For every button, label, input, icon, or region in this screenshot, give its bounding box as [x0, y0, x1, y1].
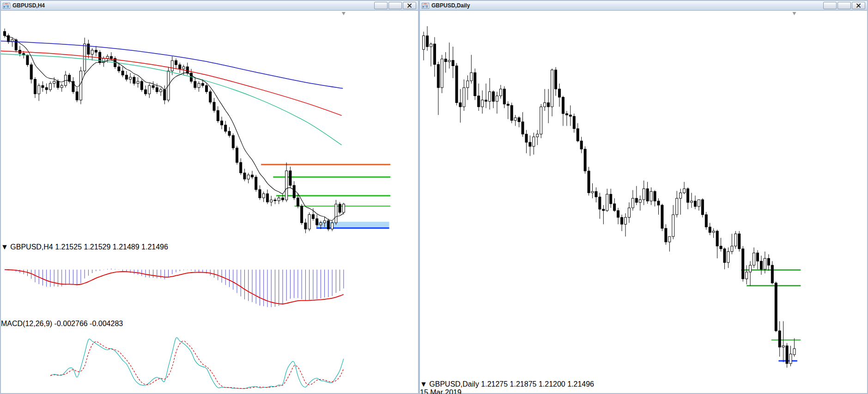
- scroll-marker-icon: [792, 12, 796, 15]
- chart-window-icon: [422, 3, 429, 9]
- window-titlebar[interactable]: GBPUSD,H4 ✕: [1, 1, 418, 11]
- chart-symbol-label: GBPUSD,H4: [10, 243, 53, 251]
- macd-panel: MACD(12,26,9) -0.002766 -0.004283: [1, 251, 418, 328]
- chart-content: ▼ GBPUSD,Daily 1.21275 1.21875 1.21200 1…: [420, 11, 867, 394]
- macd-values: -0.002766 -0.004283: [55, 320, 123, 327]
- main-price-panel: ▼ GBPUSD,Daily 1.21275 1.21875 1.21200 1…: [420, 11, 867, 388]
- time-axis[interactable]: 15 Mar 201927 Mar 20198 Apr 201918 Apr 2…: [420, 388, 867, 394]
- chart-window-gbpusd-h4: GBPUSD,H4 ✕ ▼ GBPUSD,H4 1.21525 1.21529 …: [0, 0, 419, 394]
- time-axis-label: 15 Mar 2019: [420, 388, 867, 394]
- chart-ohlc-values: 1.21275 1.21875 1.21200 1.21496: [481, 380, 594, 388]
- scroll-marker-icon: [342, 12, 346, 15]
- chart-ohlc-header: ▼ GBPUSD,H4 1.21525 1.21529 1.21489 1.21…: [1, 243, 418, 251]
- close-button[interactable]: ✕: [852, 2, 865, 9]
- close-icon: ✕: [856, 1, 862, 10]
- window-titlebar[interactable]: GBPUSD,Daily ✕: [420, 1, 867, 11]
- candlestick-plot[interactable]: [1, 11, 390, 241]
- restore-button[interactable]: [388, 2, 402, 9]
- symbol-dropdown-icon[interactable]: ▼: [1, 243, 8, 251]
- close-icon: ✕: [407, 1, 413, 10]
- macd-plot[interactable]: [1, 251, 390, 318]
- restore-button[interactable]: [838, 2, 851, 9]
- window-title: GBPUSD,Daily: [431, 2, 470, 9]
- main-price-panel: ▼ GBPUSD,H4 1.21525 1.21529 1.21489 1.21…: [1, 11, 418, 251]
- candlestick-plot[interactable]: [420, 11, 845, 378]
- chart-symbol-label: GBPUSD,Daily: [429, 380, 479, 388]
- macd-label: MACD(12,26,9): [1, 320, 52, 327]
- minimize-button[interactable]: [374, 2, 388, 9]
- chart-ohlc-values: 1.21525 1.21529 1.21489 1.21496: [55, 243, 168, 251]
- stochastic-panel: Stoch(13,3,3) 74.7095 65.6859: [1, 328, 418, 394]
- window-title: GBPUSD,H4: [12, 2, 45, 9]
- stochastic-plot[interactable]: [1, 328, 390, 394]
- chart-window-gbpusd-daily: GBPUSD,Daily ✕ ▼ GBPUSD,Daily 1.21275 1.…: [419, 0, 868, 394]
- close-button[interactable]: ✕: [403, 2, 416, 9]
- chart-content: ▼ GBPUSD,H4 1.21525 1.21529 1.21489 1.21…: [1, 11, 418, 394]
- chart-ohlc-header: ▼ GBPUSD,Daily 1.21275 1.21875 1.21200 1…: [420, 380, 867, 388]
- symbol-dropdown-icon[interactable]: ▼: [420, 380, 427, 388]
- macd-header: MACD(12,26,9) -0.002766 -0.004283: [1, 320, 418, 328]
- chart-window-icon: [3, 3, 10, 9]
- minimize-button[interactable]: [823, 2, 837, 9]
